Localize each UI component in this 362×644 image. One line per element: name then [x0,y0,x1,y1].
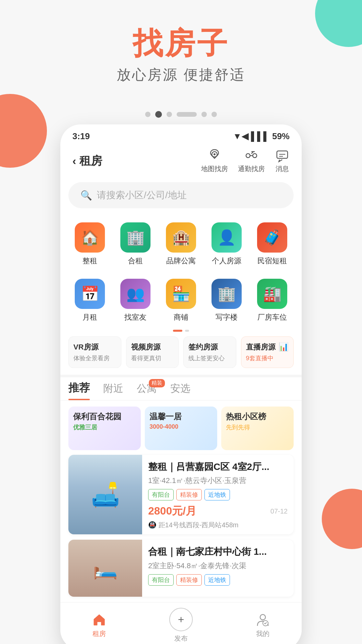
brand-apt-label: 品牌公寓 [166,256,196,266]
commute-icon [244,148,259,163]
listing-img-inner-2: 🛏️ [68,540,142,597]
listing-tags-1: 有阳台 精装修 近地铁 [148,489,288,500]
promo-card-1[interactable]: 保利百合花园 优雅三居 [68,407,141,450]
minsu-label: 民宿短租 [257,256,287,266]
home-icon [92,612,107,627]
minsu-icon: 🧳 [257,222,287,253]
office-label: 写字楼 [216,312,238,322]
video-title: 视频房源 [131,342,174,352]
category-personal[interactable]: 👤 个人房源 [204,218,249,271]
shop-label: 商铺 [174,312,188,322]
feature-video[interactable]: 视频房源 看得更真切 [126,336,179,368]
promo-cta-3: 先到先得 [221,423,294,431]
section-divider [60,375,302,377]
category-shop[interactable]: 🏪 商铺 [158,275,204,328]
tag-metro-1: 近地铁 [204,489,230,500]
page-subtitle: 放心房源 便捷舒适 [0,65,362,84]
bg-decoration-orange-bottom [322,489,362,549]
tab-nearby[interactable]: 附近 [103,382,123,400]
svg-point-1 [214,153,216,155]
category-zhengzu[interactable]: 🏠 整租 [67,218,113,271]
live-title: 直播房源 [246,342,276,352]
dot-4[interactable] [177,112,197,117]
tab-apartment[interactable]: 公寓 精装 [137,382,157,400]
listing-card-1[interactable]: 🛋️ 整租｜吕营嘉园C区 4室2厅... 1室·42.1㎡·慈云寺小区·玉泉营 … [68,455,294,534]
status-right: ▼◀ ▌▌▌ 59% [233,131,290,142]
status-time: 3:19 [72,131,90,142]
svg-point-7 [260,614,265,620]
personal-icon: 👤 [212,222,242,253]
monthly-icon: 📅 [75,279,105,309]
video-desc: 看得更真切 [131,354,174,362]
tab-recommend-label: 推荐 [68,382,90,394]
listing-image-1: 🛋️ [68,455,142,534]
back-button[interactable]: ‹ 租房 [72,153,102,169]
svg-point-3 [253,154,257,158]
bottom-publish-label: 发布 [174,634,188,643]
promo-title-1: 保利百合花园 [68,407,141,423]
tab-selected-label: 安选 [170,383,190,394]
listing-tags-2: 有阳台 精装修 近地铁 [148,574,288,586]
promo-card-3[interactable]: 热租小区榜 先到先得 [221,407,294,450]
tag-metro-2: 近地铁 [204,574,230,586]
dot-2[interactable] [155,111,162,118]
signal-icon: ▌▌▌ [251,131,269,142]
vr-title: VR房源 [73,342,116,352]
roommate-icon: 👥 [120,279,150,309]
commute-find-label: 通勤找房 [238,164,265,173]
shop-icon: 🏪 [166,279,196,309]
category-factory[interactable]: 🏭 厂房车位 [249,275,295,328]
feature-signed[interactable]: 签约房源 线上签更安心 [183,336,236,368]
promo-price-2: 3000-4000 [145,423,217,430]
category-roommate[interactable]: 👥 找室友 [113,275,158,328]
search-placeholder: 请搜索小区/公司/地址 [97,189,187,202]
nav-title: 租房 [79,153,102,169]
tabs-row: 推荐 附近 公寓 精装 安选 [68,381,294,400]
bottom-nav: 租房 + 发布 我的 [60,602,302,644]
battery-percent: 59% [272,131,290,142]
back-arrow-icon: ‹ [72,154,76,167]
tab-selected[interactable]: 安选 [170,382,190,400]
bottom-nav-profile[interactable]: 我的 [255,612,270,638]
listing-image-2: 🛏️ [68,540,142,597]
feature-vr[interactable]: VR房源 体验全景看房 [68,336,121,368]
commute-find-button[interactable]: 通勤找房 [238,148,265,173]
listing-title-2: 合租｜南七家庄村中心街 1... [148,546,288,558]
dot-3[interactable] [167,112,172,117]
hezu-label: 合租 [128,256,143,266]
carousel-dots [60,111,302,118]
bottom-nav-publish[interactable]: + 发布 [169,608,193,643]
page-dot-active [173,330,182,332]
category-grid-row1: 🏠 整租 🏢 合租 🏨 品牌公寓 👤 个人房源 🧳 民宿短租 [60,215,302,271]
bottom-nav-home[interactable]: 租房 [92,612,107,638]
page-dot-inactive [185,330,189,332]
tab-recommend[interactable]: 推荐 [68,381,90,400]
category-office[interactable]: 🏢 写字楼 [204,275,249,328]
listing-img-inner-1: 🛋️ [68,455,142,534]
listing-title-1: 整租｜吕营嘉园C区 4室2厅... [148,461,288,473]
category-minsu[interactable]: 🧳 民宿短租 [249,218,295,271]
listing-card-2[interactable]: 🛏️ 合租｜南七家庄村中心街 1... 2室主卧·54.8㎡·金泰先锋·次渠 有… [68,540,294,597]
message-button[interactable]: 消息 [275,148,290,173]
profile-icon [255,612,270,627]
svg-point-2 [246,154,250,158]
dot-1[interactable] [145,112,150,117]
listing-meta-1: 1室·42.1㎡·慈云寺小区·玉泉营 [148,476,288,486]
wifi-icon: ▼◀ [233,131,248,142]
roommate-label: 找室友 [124,312,146,322]
dot-6[interactable] [212,112,217,117]
brand-apt-icon: 🏨 [166,222,196,253]
promo-card-2[interactable]: 温馨一居 3000-4000 [145,407,217,450]
listing-price-row-1: 2800元/月 07-12 [148,504,288,519]
category-hezu[interactable]: 🏢 合租 [113,218,158,271]
category-brand-apt[interactable]: 🏨 品牌公寓 [158,218,204,271]
listing-distance-1: 🚇 距14号线西段-西局站458m [148,521,288,530]
tag-renovated-2: 精装修 [176,574,202,586]
search-bar[interactable]: 🔍 请搜索小区/公司/地址 [68,182,294,208]
dot-5[interactable] [201,112,207,117]
feature-live[interactable]: 直播房源 📊 9套直播中 [241,336,294,368]
phone-frame: 3:19 ▼◀ ▌▌▌ 59% ‹ 租房 地图找房 [60,124,302,644]
category-monthly[interactable]: 📅 月租 [67,275,113,328]
listing-meta-2: 2室主卧·54.8㎡·金泰先锋·次渠 [148,561,288,571]
map-find-button[interactable]: 地图找房 [201,148,228,173]
